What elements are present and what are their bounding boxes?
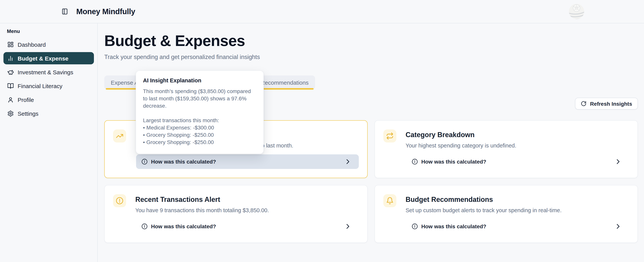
sidebar-nav: Dashboard Budget & Expense Investme: [4, 38, 94, 119]
card-description: Your highest spending category is undefi…: [406, 142, 516, 149]
chevron-right-icon: [616, 224, 620, 229]
info-icon: [142, 223, 148, 230]
refresh-icon: [581, 101, 587, 106]
alert-circle-icon: [113, 194, 126, 207]
info-icon: [412, 223, 418, 230]
page-subtitle: Track your spending and get personalized…: [104, 53, 260, 61]
sidebar-item-label: Investment & Savings: [18, 69, 73, 75]
sidebar: Menu Dashboard Budget & Expense: [0, 23, 98, 262]
chevron-right-icon: [346, 159, 350, 164]
sidebar-item-label: Financial Literacy: [18, 82, 62, 89]
page-title: Budget & Expenses: [104, 31, 245, 50]
top-bar: Money Mindfully: [0, 0, 644, 23]
how-calculated-button[interactable]: How was this calculated?: [406, 219, 629, 234]
app-window: Money Mindfully: [0, 0, 644, 262]
piggy-bank-icon: [7, 69, 14, 75]
sidebar-item-label: Dashboard: [18, 41, 46, 48]
tooltip-title: AI Insight Explanation: [143, 77, 256, 83]
how-calculated-button[interactable]: How was this calculated?: [136, 154, 359, 169]
panel-left-icon: [61, 8, 68, 15]
refresh-insights-button[interactable]: Refresh Insights: [575, 98, 638, 110]
how-calculated-button[interactable]: How was this calculated?: [406, 154, 629, 169]
card-budget-recommendations: Budget Recommendations Set up custom bud…: [374, 185, 638, 243]
how-calculated-label: How was this calculated?: [421, 159, 486, 165]
sidebar-item-dashboard[interactable]: Dashboard: [4, 38, 94, 50]
chevron-right-icon: [346, 224, 350, 229]
info-icon: [142, 159, 148, 165]
sidebar-item-label: Profile: [18, 96, 34, 103]
card-title: Recent Transactions Alert: [135, 195, 220, 204]
card-description: Set up custom budget alerts to track you…: [406, 207, 562, 214]
bar-chart-icon: [7, 55, 14, 61]
tooltip-body: This month’s spending ($3,850.00) compar…: [143, 88, 256, 146]
sidebar-item-financial-literacy[interactable]: Financial Literacy: [4, 80, 94, 92]
sidebar-menu-label: Menu: [7, 28, 20, 34]
sidebar-item-profile[interactable]: Profile: [4, 93, 94, 106]
trending-up-icon: [113, 129, 126, 143]
how-calculated-button[interactable]: How was this calculated?: [136, 219, 359, 234]
sidebar-item-settings[interactable]: Settings: [4, 107, 94, 119]
sidebar-toggle-button[interactable]: [60, 6, 70, 16]
app-title: Money Mindfully: [76, 6, 135, 17]
sidebar-item-budget-expense[interactable]: Budget & Expense: [4, 52, 94, 64]
ai-insight-tooltip: AI Insight Explanation This month’s spen…: [136, 70, 264, 154]
book-open-icon: [7, 82, 14, 89]
how-calculated-label: How was this calculated?: [151, 159, 216, 165]
sidebar-item-investment-savings[interactable]: Investment & Savings: [4, 66, 94, 78]
card-title: Category Breakdown: [406, 131, 474, 139]
avatar-photo: [569, 4, 584, 19]
sidebar-item-label: Budget & Expense: [18, 55, 68, 61]
gear-icon: [7, 110, 14, 117]
card-title: Budget Recommendations: [406, 195, 493, 204]
avatar[interactable]: [569, 4, 584, 19]
card-description: You have 9 transactions this month total…: [135, 207, 269, 214]
how-calculated-label: How was this calculated?: [421, 223, 486, 230]
refresh-button-label: Refresh Insights: [590, 101, 632, 107]
info-icon: [412, 159, 418, 165]
how-calculated-label: How was this calculated?: [151, 223, 216, 230]
card-recent-transactions-alert: Recent Transactions Alert You have 9 tra…: [104, 185, 368, 243]
card-category-breakdown: Category Breakdown Your highest spending…: [374, 120, 638, 178]
dashboard-grid-icon: [7, 41, 14, 48]
repeat-icon: [383, 129, 396, 143]
chevron-right-icon: [616, 159, 620, 164]
bell-icon: [383, 194, 396, 207]
sidebar-item-label: Settings: [18, 110, 38, 117]
card-description-fragment: to last month.: [260, 142, 293, 149]
user-icon: [7, 96, 14, 103]
